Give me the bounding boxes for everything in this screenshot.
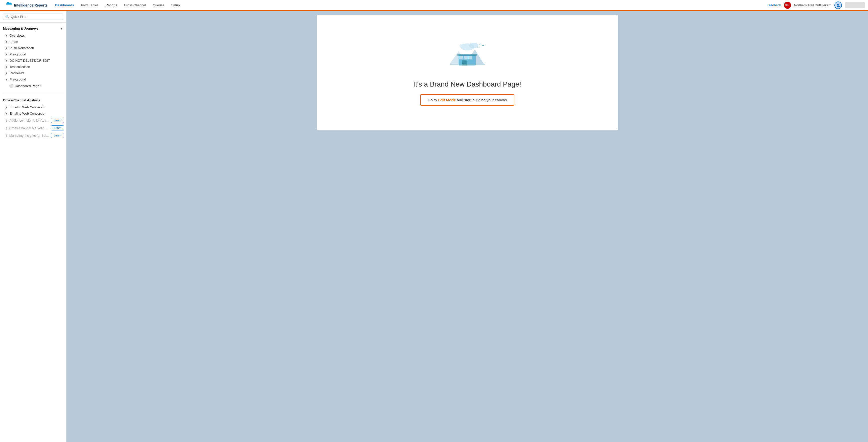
nav-right-actions: Feedback 99+ Northern Trail Outfitters ▼: [767, 1, 865, 9]
nav-tab-reports[interactable]: Reports: [102, 0, 121, 11]
search-icon: 🔍: [5, 15, 9, 19]
empty-state-illustration: [442, 40, 492, 73]
org-name-dropdown[interactable]: Northern Trail Outfitters ▼: [794, 3, 831, 7]
nav-tab-queries[interactable]: Queries: [149, 0, 168, 11]
section1-title: Messaging & Journeys: [3, 27, 39, 30]
sidebar-item-do-not-delete[interactable]: ❯ DO NOT DELETE OR EDIT: [0, 58, 66, 64]
chevron-right-icon: ❯: [5, 40, 8, 43]
page-icon: ⚪: [9, 84, 13, 88]
sidebar-search-section: 🔍: [0, 11, 66, 23]
notification-bell[interactable]: 99+: [784, 2, 791, 9]
nav-tab-dashboards[interactable]: Dashboards: [52, 0, 78, 11]
chevron-right-icon: ❯: [5, 119, 8, 122]
nav-tab-cross-channel[interactable]: Cross-Channel: [120, 0, 149, 11]
cta-prefix: Go to: [428, 98, 437, 102]
nav-tab-setup[interactable]: Setup: [168, 0, 183, 11]
chevron-right-icon: ❯: [5, 65, 8, 68]
learn-button-cross-channel[interactable]: Learn: [51, 125, 64, 130]
search-input[interactable]: [11, 15, 61, 19]
sidebar-item-email[interactable]: ❯ Email: [0, 39, 66, 45]
chevron-right-icon: ❯: [5, 126, 8, 130]
empty-state-title: It's a Brand New Dashboard Page!: [413, 80, 521, 88]
section1-header: Messaging & Journeys ▼: [0, 25, 66, 32]
sidebar-item-rachelles[interactable]: ❯ Rachelle's: [0, 70, 66, 76]
sidebar-item-email-web-2[interactable]: ❯ Email to Web Conversion: [0, 110, 66, 117]
nav-tab-pivot-tables[interactable]: Pivot Tables: [78, 0, 102, 11]
user-avatar[interactable]: [834, 1, 842, 9]
cross-channel-section: Cross-Channel Analysis ❯ Email to Web Co…: [0, 95, 66, 141]
feedback-link[interactable]: Feedback: [767, 3, 781, 7]
section2-header: Cross-Channel Analysis: [0, 97, 66, 104]
svg-rect-9: [468, 56, 472, 59]
notification-count: 99+: [784, 2, 791, 9]
sidebar-divider: [3, 93, 63, 93]
sidebar-item-playground-expanded[interactable]: ▼ Playground: [0, 76, 66, 83]
chevron-right-icon: ❯: [5, 59, 8, 62]
svg-rect-12: [450, 64, 485, 65]
svg-point-2: [469, 43, 478, 48]
sidebar-locked-marketing-insights: ❯ Marketing Insights for Sal... Learn: [0, 132, 66, 139]
top-navigation: Intelligence Reports DashboardsPivot Tab…: [0, 0, 868, 11]
sidebar-item-test-collection[interactable]: ❯ Test collection: [0, 64, 66, 70]
learn-button-marketing[interactable]: Learn: [51, 133, 64, 138]
content-area: It's a Brand New Dashboard Page! Go to E…: [66, 11, 868, 442]
chevron-right-icon: ❯: [5, 71, 8, 75]
svg-rect-7: [459, 56, 463, 59]
section1-chevron-icon[interactable]: ▼: [60, 27, 63, 30]
sidebar-item-overviews[interactable]: ❯ Overviews: [0, 32, 66, 39]
app-logo[interactable]: Intelligence Reports: [3, 2, 48, 9]
svg-point-3: [459, 44, 466, 48]
chevron-down-icon: ▼: [5, 78, 8, 81]
sidebar-item-push-notification[interactable]: ❯ Push Notification: [0, 45, 66, 51]
sidebar-locked-audience-insights: ❯ Audience Insights for Adv... Learn: [0, 117, 66, 124]
main-layout: 🔍 Messaging & Journeys ▼ ❯ Overviews ❯ E…: [0, 11, 868, 442]
sidebar-item-playground-1[interactable]: ❯ Playground: [0, 51, 66, 58]
chevron-right-icon: ❯: [5, 105, 8, 109]
messaging-journeys-section: Messaging & Journeys ▼ ❯ Overviews ❯ Ema…: [0, 23, 66, 92]
sidebar-item-dashboard-page-1[interactable]: ⚪ Dashboard Page 1: [0, 83, 66, 89]
app-title: Intelligence Reports: [14, 3, 48, 7]
sidebar-item-email-web-1[interactable]: ❯ Email to Web Conversion: [0, 104, 66, 110]
chevron-down-icon: ▼: [829, 4, 831, 6]
chevron-right-icon: ❯: [5, 134, 8, 137]
section2-title: Cross-Channel Analysis: [3, 98, 40, 102]
edit-mode-cta[interactable]: Go to Edit Mode and start building your …: [420, 94, 515, 105]
svg-rect-8: [464, 56, 468, 59]
svg-point-0: [837, 4, 839, 5]
dashboard-empty-state-card: It's a Brand New Dashboard Page! Go to E…: [317, 15, 618, 130]
sidebar-locked-cross-channel: ❯ Cross-Channel Marketing ... Learn: [0, 124, 66, 132]
learn-button-audience[interactable]: Learn: [51, 118, 64, 123]
chevron-right-icon: ❯: [5, 34, 8, 37]
chevron-right-icon: ❯: [5, 112, 8, 115]
svg-rect-11: [457, 54, 477, 56]
cta-suffix: and start building your canvas: [457, 98, 507, 102]
nav-tabs: DashboardsPivot TablesReportsCross-Chann…: [52, 0, 767, 10]
chevron-right-icon: ❯: [5, 46, 8, 50]
search-bar-top[interactable]: [845, 2, 865, 8]
sidebar: 🔍 Messaging & Journeys ▼ ❯ Overviews ❯ E…: [0, 11, 66, 442]
search-wrapper[interactable]: 🔍: [3, 13, 63, 20]
edit-mode-link[interactable]: Edit Mode: [438, 98, 456, 102]
chevron-right-icon: ❯: [5, 53, 8, 56]
